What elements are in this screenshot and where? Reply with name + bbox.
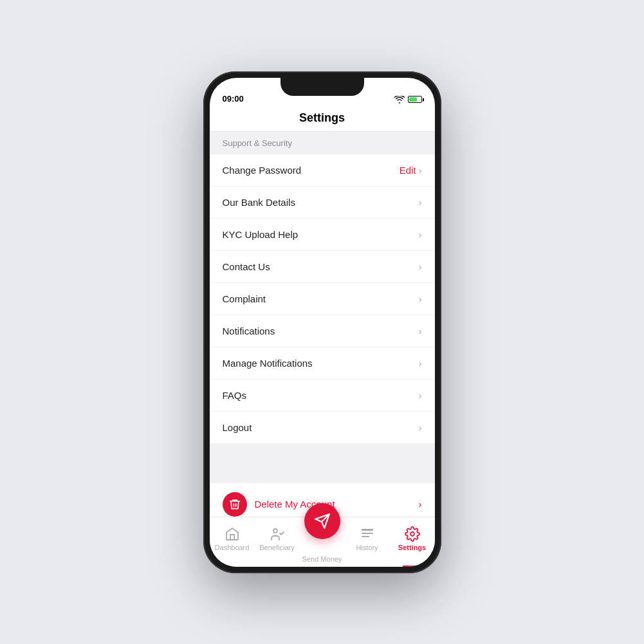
menu-label-bank-details: Our Bank Details	[223, 197, 295, 208]
chevron-icon-2: ›	[419, 229, 422, 240]
menu-label-contact-us: Contact Us	[223, 261, 270, 272]
nav-label-send-money: Send Money	[302, 555, 342, 563]
menu-item-complaint[interactable]: Complaint ›	[210, 283, 435, 315]
chevron-icon-8: ›	[419, 422, 422, 433]
chevron-icon-5: ›	[419, 326, 422, 336]
send-money-button[interactable]	[304, 503, 340, 539]
nav-item-dashboard[interactable]: Dashboard	[210, 526, 255, 551]
nav-label-settings: Settings	[398, 544, 426, 551]
beneficiary-icon	[270, 526, 285, 542]
svg-point-0	[273, 529, 277, 533]
trash-circle	[223, 492, 247, 517]
chevron-icon-0: ›	[419, 165, 422, 176]
svg-point-4	[410, 532, 414, 536]
settings-icon	[405, 526, 420, 542]
menu-label-notifications: Notifications	[223, 326, 275, 336]
spacer-section	[210, 444, 435, 483]
menu-item-bank-details[interactable]: Our Bank Details ›	[210, 187, 435, 219]
status-time: 09:00	[223, 94, 244, 104]
menu-label-change-password: Change Password	[223, 165, 302, 176]
nav-item-settings[interactable]: Settings	[390, 526, 435, 551]
chevron-icon-delete: ›	[419, 499, 422, 510]
menu-label-manage-notifications: Manage Notifications	[223, 358, 313, 369]
menu-item-logout[interactable]: Logout ›	[210, 412, 435, 444]
menu-item-faqs[interactable]: FAQs ›	[210, 380, 435, 412]
phone-screen: 09:00 Settings Support & Security	[210, 78, 435, 567]
notch	[281, 78, 364, 96]
menu-item-change-password[interactable]: Change Password Edit ›	[210, 154, 435, 187]
page-title: Settings	[210, 106, 435, 132]
nav-item-beneficiary[interactable]: Beneficiary	[255, 526, 300, 551]
chevron-icon-6: ›	[419, 358, 422, 369]
menu-label-logout: Logout	[223, 422, 252, 433]
menu-label-complaint: Complaint	[223, 293, 266, 304]
section-header: Support & Security	[210, 132, 435, 154]
active-tab-indicator	[403, 566, 422, 567]
svg-rect-3	[362, 536, 369, 537]
svg-rect-1	[362, 529, 373, 531]
status-icons	[394, 96, 422, 104]
phone-frame: 09:00 Settings Support & Security	[203, 71, 441, 573]
bottom-nav: Dashboard Beneficiary S	[210, 517, 435, 567]
trash-icon	[228, 498, 241, 511]
nav-label-dashboard: Dashboard	[215, 544, 250, 551]
history-icon	[360, 526, 375, 542]
menu-label-kyc: KYC Upload Help	[223, 229, 299, 240]
menu-item-contact-us[interactable]: Contact Us ›	[210, 251, 435, 283]
chevron-icon-3: ›	[419, 261, 422, 272]
battery-icon	[408, 96, 422, 103]
svg-rect-2	[362, 533, 373, 534]
nav-item-history[interactable]: History	[345, 526, 390, 551]
battery-fill	[409, 97, 418, 102]
content-scroll: Support & Security Change Password Edit …	[210, 132, 435, 517]
send-icon	[314, 513, 331, 529]
menu-label-faqs: FAQs	[223, 390, 247, 401]
nav-label-beneficiary: Beneficiary	[259, 544, 294, 551]
chevron-icon-7: ›	[419, 390, 422, 401]
menu-item-kyc[interactable]: KYC Upload Help ›	[210, 219, 435, 251]
wifi-icon	[394, 96, 405, 104]
home-icon	[225, 526, 240, 542]
menu-item-notifications[interactable]: Notifications ›	[210, 315, 435, 347]
menu-item-manage-notifications[interactable]: Manage Notifications ›	[210, 347, 435, 380]
edit-label: Edit	[400, 165, 416, 176]
chevron-icon-4: ›	[419, 293, 422, 304]
nav-label-history: History	[356, 544, 378, 551]
nav-item-send-money[interactable]: Send Money	[300, 515, 345, 563]
chevron-icon-1: ›	[419, 197, 422, 208]
